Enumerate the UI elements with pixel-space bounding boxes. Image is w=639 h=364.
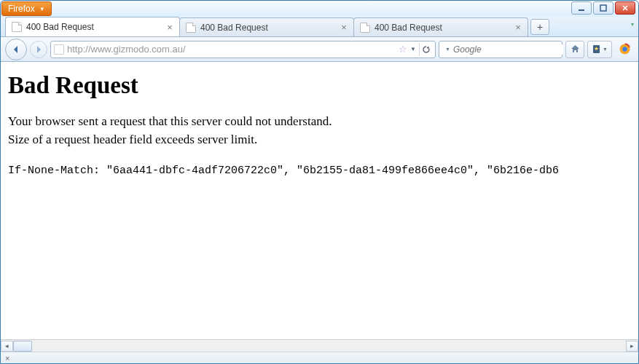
scroll-thumb[interactable] (13, 341, 32, 352)
firefox-menu-label: Firefox (8, 4, 35, 14)
bookmarks-menu-button[interactable]: ▼ (587, 41, 612, 58)
svg-rect-1 (600, 5, 606, 11)
bookmark-star-icon[interactable]: ☆ (399, 44, 407, 55)
dropdown-icon[interactable]: ▼ (410, 46, 416, 52)
list-all-tabs-icon[interactable]: ▾ (631, 21, 634, 28)
tab-title: 400 Bad Request (375, 23, 442, 33)
close-button[interactable] (615, 1, 635, 15)
search-input[interactable] (453, 44, 563, 55)
search-bar[interactable]: ▼ (439, 41, 562, 58)
tab-2[interactable]: 400 Bad Request × (353, 17, 528, 36)
error-line-2: Size of a request header field exceeds s… (8, 132, 631, 149)
tab-strip: 400 Bad Request × 400 Bad Request × 400 … (1, 17, 638, 37)
page-icon (186, 23, 196, 33)
error-line-1: Your browser sent a request that this se… (8, 114, 631, 130)
new-tab-button[interactable]: + (530, 19, 549, 35)
reload-button[interactable] (419, 43, 432, 56)
error-raw-header: If-None-Match: "6aa441-dbfc-4adf7206722c… (8, 165, 631, 177)
navigation-toolbar: ☆ ▼ ▼ ▼ (1, 37, 638, 62)
page-content: Bad Request Your browser sent a request … (1, 62, 638, 340)
window-controls (571, 1, 635, 15)
status-bar: × (1, 352, 638, 363)
minimize-button[interactable] (571, 1, 592, 15)
window-titlebar: Firefox ▼ (1, 1, 638, 17)
search-engine-chevron-icon[interactable]: ▼ (445, 47, 450, 52)
svg-rect-0 (579, 9, 584, 11)
scroll-track[interactable] (13, 341, 626, 352)
chevron-down-icon: ▼ (603, 47, 608, 52)
url-input[interactable] (67, 44, 396, 55)
error-heading: Bad Request (8, 72, 631, 99)
site-favicon-icon (54, 44, 64, 55)
addon-button[interactable] (615, 41, 634, 58)
tab-1[interactable]: 400 Bad Request × (179, 17, 354, 36)
tab-close-icon[interactable]: × (339, 23, 349, 33)
home-button[interactable] (565, 41, 584, 58)
tab-0[interactable]: 400 Bad Request × (5, 17, 180, 36)
forward-button (30, 41, 47, 58)
tab-title: 400 Bad Request (200, 23, 268, 33)
scroll-left-button[interactable]: ◂ (1, 341, 13, 352)
tab-title: 400 Bad Request (26, 22, 94, 32)
page-icon (360, 23, 370, 33)
horizontal-scrollbar[interactable]: ◂ ▸ (1, 339, 638, 352)
plus-icon: + (537, 21, 543, 33)
maximize-button[interactable] (593, 1, 613, 15)
tab-close-icon[interactable]: × (513, 23, 523, 33)
statusbar-close-icon[interactable]: × (5, 354, 9, 363)
back-button[interactable] (5, 39, 27, 60)
scroll-right-button[interactable]: ▸ (626, 341, 638, 352)
page-icon (12, 22, 22, 32)
url-bar[interactable]: ☆ ▼ (50, 41, 436, 58)
tab-close-icon[interactable]: × (165, 22, 175, 32)
svg-point-11 (622, 47, 627, 51)
firefox-menu-button[interactable]: Firefox ▼ (1, 1, 52, 16)
chevron-down-icon: ▼ (39, 6, 45, 12)
